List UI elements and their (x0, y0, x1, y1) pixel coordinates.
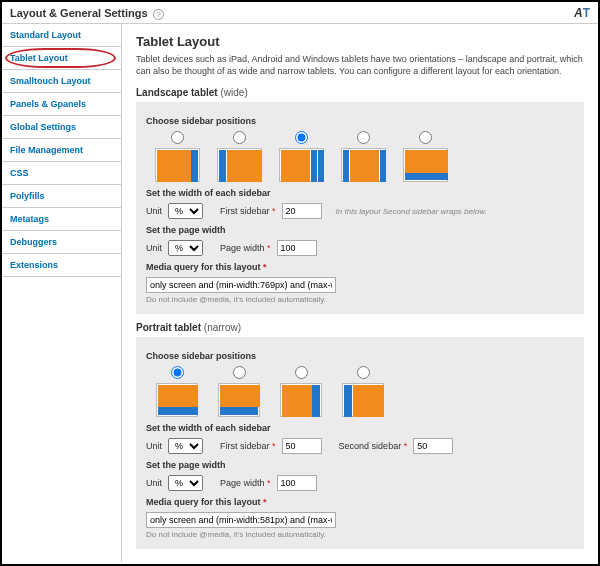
landscape-heading: Landscape tablet (wide) (136, 87, 584, 98)
layout-thumb-icon (341, 148, 386, 182)
portrait-heading: Portrait tablet (narrow) (136, 322, 584, 333)
portrait-first-sb-input[interactable] (282, 438, 322, 454)
portrait-pagewidth-unit-label: Unit (146, 478, 162, 488)
portrait-pagewidth-label: Page width * (220, 478, 271, 488)
portrait-choose-label: Choose sidebar positions (146, 351, 574, 361)
layout-thumb-icon (155, 148, 200, 182)
landscape-radio-1[interactable] (171, 131, 184, 144)
landscape-pagewidth-unit-label: Unit (146, 243, 162, 253)
landscape-unit-label: Unit (146, 206, 162, 216)
info-icon[interactable]: ? (153, 9, 164, 20)
landscape-radio-5[interactable] (419, 131, 432, 144)
landscape-radio-2[interactable] (233, 131, 246, 144)
portrait-opt-4[interactable] (332, 366, 394, 417)
landscape-opt-2[interactable] (208, 131, 270, 182)
layout-thumb-icon (156, 383, 198, 417)
portrait-media-input[interactable] (146, 512, 336, 528)
brand-logo: AT (574, 6, 590, 20)
portrait-radio-2[interactable] (233, 366, 246, 379)
landscape-media-hint: Do not include @media, it's included aut… (146, 295, 574, 304)
landscape-media-heading: Media query for this layout * (146, 262, 574, 272)
page-title: Layout & General Settings (10, 7, 148, 19)
landscape-opt-4[interactable] (332, 131, 394, 182)
landscape-width-heading: Set the width of each sidebar (146, 188, 574, 198)
landscape-radio-4[interactable] (357, 131, 370, 144)
portrait-media-hint: Do not include @media, it's included aut… (146, 530, 574, 539)
portrait-pagewidth-row: Unit % Page width * (146, 475, 574, 491)
portrait-second-sb-label: Second sidebar * (339, 441, 408, 451)
layout-thumb-icon (342, 383, 384, 417)
portrait-second-sb-input[interactable] (413, 438, 453, 454)
landscape-unit-select[interactable]: % (168, 203, 203, 219)
portrait-opt-2[interactable] (208, 366, 270, 417)
sidebar-item-debuggers[interactable]: Debuggers (2, 231, 121, 254)
portrait-width-row: Unit % First sidebar * Second sidebar * (146, 438, 574, 454)
landscape-pagewidth-row: Unit % Page width * (146, 240, 574, 256)
sidebar-item-css[interactable]: CSS (2, 162, 121, 185)
landscape-opt-5[interactable] (394, 131, 456, 182)
portrait-pagewidth-heading: Set the page width (146, 460, 574, 470)
landscape-pagewidth-heading: Set the page width (146, 225, 574, 235)
content-intro: Tablet devices such as iPad, Android and… (136, 53, 584, 77)
landscape-width-row: Unit % First sidebar * In this layout Se… (146, 203, 574, 219)
portrait-opt-3[interactable] (270, 366, 332, 417)
portrait-sidebar-options (146, 366, 574, 417)
portrait-unit-select[interactable]: % (168, 438, 203, 454)
sidebar-item-file-management[interactable]: File Management (2, 139, 121, 162)
landscape-opt-3[interactable] (270, 131, 332, 182)
landscape-pagewidth-input[interactable] (277, 240, 317, 256)
portrait-pagewidth-unit-select[interactable]: % (168, 475, 203, 491)
landscape-first-sb-input[interactable] (282, 203, 322, 219)
landscape-choose-label: Choose sidebar positions (146, 116, 574, 126)
landscape-media-input[interactable] (146, 277, 336, 293)
page-header: Layout & General Settings ? AT (2, 2, 598, 24)
landscape-sidebar-options (146, 131, 574, 182)
portrait-width-heading: Set the width of each sidebar (146, 423, 574, 433)
portrait-pagewidth-input[interactable] (277, 475, 317, 491)
header-title-wrap: Layout & General Settings ? (10, 7, 164, 20)
sidebar-item-tablet-layout[interactable]: Tablet Layout (2, 47, 121, 70)
sidebar-item-global-settings[interactable]: Global Settings (2, 116, 121, 139)
layout-thumb-icon (279, 148, 324, 182)
layout-thumb-icon (403, 148, 448, 182)
landscape-radio-3[interactable] (295, 131, 308, 144)
sidebar-item-standard-layout[interactable]: Standard Layout (2, 24, 121, 47)
main-content: Tablet Layout Tablet devices such as iPa… (122, 24, 598, 562)
vertical-tabs: Standard Layout Tablet Layout Smalltouch… (2, 24, 122, 562)
landscape-panel: Choose sidebar positions Set the width o… (136, 102, 584, 314)
page-body: Standard Layout Tablet Layout Smalltouch… (2, 24, 598, 562)
landscape-pagewidth-label: Page width * (220, 243, 271, 253)
layout-thumb-icon (218, 383, 260, 417)
landscape-pagewidth-unit-select[interactable]: % (168, 240, 203, 256)
portrait-radio-3[interactable] (295, 366, 308, 379)
portrait-panel: Choose sidebar positions Set the width o… (136, 337, 584, 549)
portrait-radio-4[interactable] (357, 366, 370, 379)
content-title: Tablet Layout (136, 34, 584, 49)
sidebar-item-smalltouch-layout[interactable]: Smalltouch Layout (2, 70, 121, 93)
portrait-first-sb-label: First sidebar * (220, 441, 276, 451)
sidebar-item-panels-gpanels[interactable]: Panels & Gpanels (2, 93, 121, 116)
sidebar-item-polyfills[interactable]: Polyfills (2, 185, 121, 208)
sidebar-item-metatags[interactable]: Metatags (2, 208, 121, 231)
layout-thumb-icon (280, 383, 322, 417)
portrait-opt-1[interactable] (146, 366, 208, 417)
portrait-media-heading: Media query for this layout * (146, 497, 574, 507)
landscape-first-sb-label: First sidebar * (220, 206, 276, 216)
portrait-radio-1[interactable] (171, 366, 184, 379)
layout-thumb-icon (217, 148, 262, 182)
landscape-width-hint: In this layout Second sidebar wraps belo… (336, 207, 487, 216)
landscape-opt-1[interactable] (146, 131, 208, 182)
sidebar-item-extensions[interactable]: Extensions (2, 254, 121, 277)
portrait-unit-label: Unit (146, 441, 162, 451)
